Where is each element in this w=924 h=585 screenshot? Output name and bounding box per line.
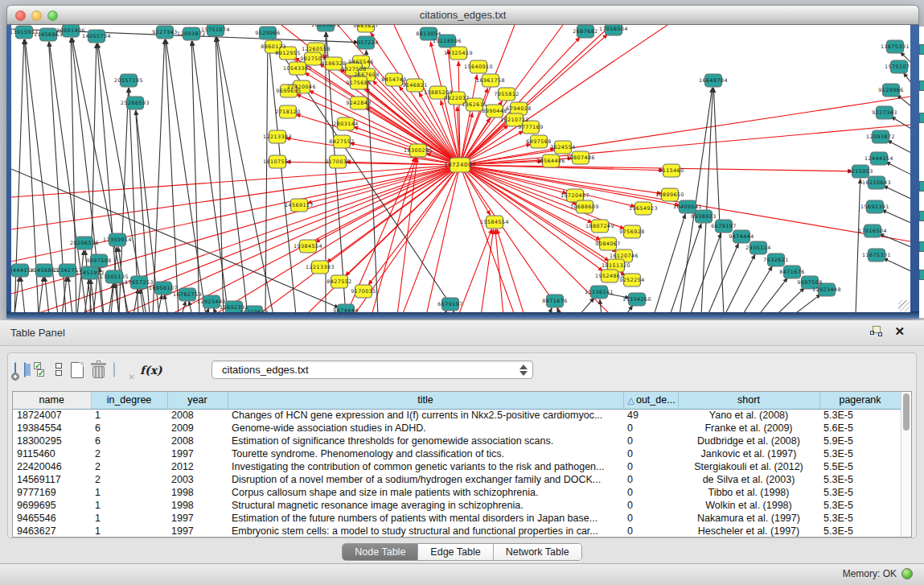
network-graph[interactable]: 1391591111456863200914061405573492273431… (11, 25, 910, 312)
cell-short: de Silva et al. (2003) (678, 473, 819, 486)
tab-network-table[interactable]: Network Table (494, 544, 581, 560)
cell-name: 9777169 (13, 486, 91, 499)
table-row[interactable]: 969969511998Structural magnetic resonanc… (13, 499, 901, 512)
cell-title: Embryonic stem cells: a model to study s… (228, 525, 623, 538)
graph-node-label: 6497568 (526, 138, 552, 144)
close-panel-icon[interactable]: ✕ (894, 324, 905, 339)
graph-node-label: 12444154 (864, 155, 893, 161)
cell-out_degree: 0 (623, 435, 678, 447)
graph-node-label: 13505135 (100, 274, 129, 279)
vertical-scrollbar[interactable] (901, 392, 911, 537)
table-row[interactable]: 1830029562008Estimation of significance … (13, 435, 901, 447)
table-settings-icon[interactable] (14, 363, 16, 377)
resize-grip-icon[interactable] (898, 300, 910, 311)
cell-pagerank: 5.3E-5 (819, 525, 901, 538)
graph-node-label: 10543382 (283, 65, 312, 71)
column-label: name (39, 394, 64, 406)
graph-edge (883, 186, 910, 199)
graph-node-label: 16958107 (149, 285, 178, 290)
table-row[interactable]: 946362711997Embryonic stem cells: a mode… (13, 525, 901, 538)
sort-ascending-icon: △ (628, 395, 634, 405)
cell-pagerank: 5.3E-5 (819, 499, 901, 512)
graph-edge (495, 229, 503, 312)
column-header-pagerank[interactable]: pagerank (819, 392, 901, 409)
cell-pagerank: 5.3E-5 (819, 512, 901, 525)
select-all-icon[interactable]: ✓✓ (34, 362, 47, 378)
import-table-icon[interactable]: ✕ (113, 363, 132, 377)
cell-in_degree: 1 (91, 499, 167, 512)
cell-out_degree: 0 (623, 422, 678, 435)
cell-pagerank: 5.3E-5 (819, 473, 901, 486)
column-header-in_degree[interactable]: in_degree (91, 392, 167, 409)
graph-node-label: 9465546 (348, 59, 374, 64)
cell-title: Estimation of significance thresholds fo… (228, 435, 623, 447)
table-row[interactable]: 1872400712008Changes of HCN gene express… (13, 409, 901, 422)
graph-edge (21, 277, 25, 312)
cell-name: 18300295 (13, 435, 91, 447)
cell-in_degree: 1 (91, 512, 167, 525)
column-header-year[interactable]: year (167, 392, 228, 409)
graph-node-label: 11675331 (881, 43, 910, 49)
graph-edge (776, 287, 805, 312)
function-builder-icon[interactable]: f(x) (140, 364, 162, 377)
graph-edge (191, 41, 199, 312)
select-columns-icon[interactable] (24, 363, 26, 377)
graph-edge (548, 307, 552, 312)
graph-edge (39, 277, 43, 312)
graph-node-label: 9146821 (402, 82, 428, 88)
table-row[interactable]: 911546021997Tourette syndrome. Phenomeno… (13, 447, 901, 460)
table-row[interactable]: 1456911722003Disruption of a novel membe… (13, 473, 901, 486)
graph-node-label: 16033809 (311, 25, 340, 27)
table-row[interactable]: 977716911998Corpus callosum shape and si… (13, 486, 901, 499)
memory-indicator[interactable]: Memory: OK (843, 568, 913, 579)
cell-short: Wolkin et al. (1998) (678, 499, 819, 512)
graph-node-label: 18807249 (585, 223, 614, 229)
tab-node-table[interactable]: Node Table (343, 544, 418, 560)
graph-node-label: 9097508 (797, 279, 823, 285)
graph-node-label: 9170035 (351, 288, 376, 294)
column-header-title[interactable]: title (228, 392, 623, 409)
screen: citations_edges.txt 13915911114568632009… (0, 0, 924, 585)
cell-in_degree: 6 (91, 422, 167, 435)
cell-name: 19384554 (13, 422, 91, 435)
graph-node-label: 8427552 (326, 278, 352, 284)
create-table-icon[interactable] (71, 362, 84, 378)
cell-name: 9115460 (13, 447, 91, 460)
window-titlebar[interactable]: citations_edges.txt (6, 5, 919, 25)
graph-node-label: 20206536 (70, 240, 99, 245)
float-panel-icon[interactable] (870, 326, 882, 337)
column-header-out_degree[interactable]: △out_de... (623, 392, 678, 409)
cell-year: 2003 (167, 473, 228, 486)
graph-node-label: 16120746 (610, 253, 639, 258)
table-type-segmented-control: Node TableEdge TableNetwork Table (342, 543, 581, 561)
graph-node-label: 2687682 (573, 28, 598, 34)
network-canvas[interactable]: 1391591111456863200914061405573492273431… (11, 25, 910, 312)
cell-out_degree: 0 (623, 447, 678, 460)
graph-edge (725, 254, 755, 312)
graph-node-label: 9227343 (872, 109, 897, 115)
table-row[interactable]: 1938455462009Genome-wide association stu… (13, 422, 901, 435)
graph-edge (742, 266, 772, 312)
cell-out_degree: 0 (623, 499, 678, 512)
graph-edge (897, 95, 910, 106)
graph-node-label: 15720407 (561, 192, 589, 198)
delete-table-icon[interactable] (92, 362, 105, 378)
graph-node-label: 8860123 (261, 43, 286, 49)
cell-year: 1997 (167, 447, 228, 460)
status-bar: Memory: OK (0, 563, 924, 585)
row-height-icon[interactable] (55, 363, 63, 377)
column-label: pagerank (839, 394, 881, 406)
column-header-name[interactable]: name (13, 392, 91, 409)
column-header-short[interactable]: short (678, 392, 819, 409)
tab-edge-table[interactable]: Edge Table (418, 544, 493, 560)
cell-name: 14569117 (13, 473, 91, 486)
graph-edge (881, 210, 910, 223)
scrollbar-thumb[interactable] (903, 393, 910, 431)
graph-node-label: 7632621 (763, 257, 789, 262)
cell-name: 18724007 (13, 409, 91, 422)
table-selector-combobox[interactable]: citations_edges.txt (211, 360, 533, 379)
table-row[interactable]: 2242004622012Investigating the contribut… (13, 460, 901, 473)
node-table: namein_degreeyeartitle△out_de...shortpag… (13, 392, 901, 538)
graph-node-label: 9129966 (878, 87, 904, 93)
table-row[interactable]: 946554611997Estimation of the future num… (13, 512, 901, 525)
